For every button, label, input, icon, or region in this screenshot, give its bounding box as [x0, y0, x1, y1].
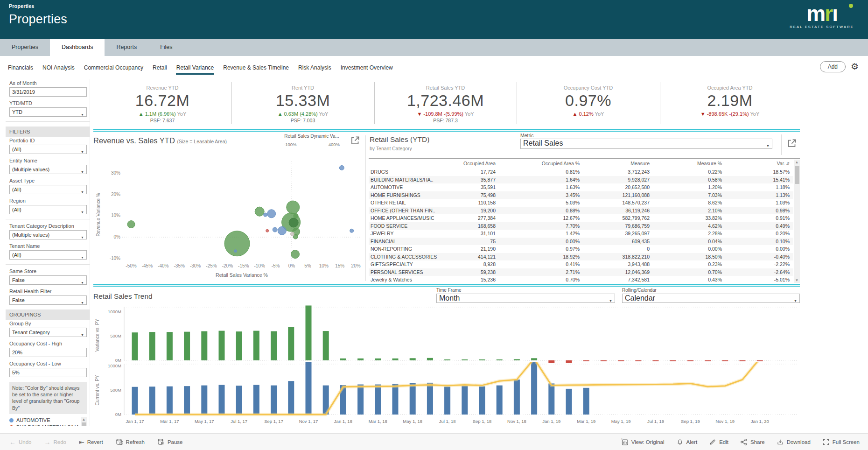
table-row-financial[interactable]: FINANCIAL750.00%609,4350.04%0.10%	[369, 238, 793, 246]
scatter-bubble[interactable]	[290, 232, 294, 236]
variance-bar[interactable]	[497, 359, 503, 360]
variance-bar[interactable]	[253, 331, 259, 360]
table-row-non-reporting[interactable]: NON-REPORTING21,1900.97%00.00%0.00%	[369, 245, 793, 253]
current-bar[interactable]	[583, 388, 589, 415]
variance-bar[interactable]	[167, 332, 173, 360]
subtab-investment-overview[interactable]: Investment Overview	[340, 60, 393, 75]
current-bar[interactable]	[410, 383, 416, 415]
variance-bar[interactable]	[670, 360, 676, 361]
subtab-revenue-sales-timeline[interactable]: Revenue & Sales Timeline	[223, 60, 289, 75]
variance-bar[interactable]	[479, 359, 485, 360]
tab-dashboards[interactable]: Dashboards	[50, 39, 105, 56]
scatter-bubble[interactable]	[291, 250, 300, 259]
current-bar[interactable]	[271, 386, 277, 415]
scroll-down-icon[interactable]: ▼	[794, 278, 800, 282]
filter-select-tenant-name[interactable]: (All)▼	[9, 250, 87, 260]
variance-bar[interactable]	[288, 327, 294, 360]
toolbar-pause-button[interactable]: Pause	[157, 438, 183, 446]
variance-bar[interactable]	[757, 360, 763, 361]
scatter-bubble[interactable]	[224, 231, 250, 256]
table-row-personal-services[interactable]: PERSONAL SERVICES59,2382.71%12,046,3690.…	[369, 268, 793, 276]
scatter-bubble[interactable]	[255, 207, 264, 216]
variance-bar[interactable]	[323, 331, 329, 360]
variance-bar[interactable]	[149, 332, 155, 360]
subtab-retail[interactable]: Retail	[152, 60, 168, 75]
rolling-calendar-select[interactable]: Calendar▼	[622, 294, 800, 303]
variance-bar[interactable]	[306, 305, 312, 360]
subtab-financials[interactable]: Financials	[7, 60, 34, 75]
filter-select-asset-type[interactable]: (All)▼	[9, 185, 87, 194]
scroll-up-icon[interactable]: ▲	[81, 417, 87, 422]
toolbar-full-screen-button[interactable]: Full Screen	[822, 438, 860, 446]
sort-icon[interactable]: ⇵	[786, 162, 790, 166]
subtab-risk-analysis[interactable]: Risk Analysis	[298, 60, 332, 75]
table-row-automotive[interactable]: AUTOMOTIVE35,5911.63%20,652,5801.20%1.18…	[369, 183, 793, 191]
current-bar[interactable]	[357, 385, 364, 415]
table-row-home-appliances-music[interactable]: HOME APPLIANCES/MUSIC277,38412.67%582,79…	[369, 214, 793, 222]
grouping-input-occupancy-cost-low[interactable]	[9, 368, 87, 377]
current-bar[interactable]	[392, 384, 399, 415]
variance-bar[interactable]	[444, 359, 450, 360]
scatter-bubble[interactable]	[339, 165, 344, 170]
variance-bar[interactable]	[410, 358, 416, 360]
table-row-clothing-accessories[interactable]: CLOTHING & ACCESSORIES414,12118.92%318,8…	[369, 253, 793, 261]
scatter-bubble[interactable]	[278, 226, 286, 235]
column-header-category[interactable]	[369, 160, 447, 168]
scrollbar-thumb[interactable]	[82, 422, 86, 426]
tab-properties[interactable]: Properties	[0, 39, 50, 56]
subtab-retail-variance[interactable]: Retail Variance	[176, 60, 214, 75]
scatter-bubble[interactable]	[287, 201, 300, 214]
filter-select-same-store[interactable]: False▼	[9, 275, 87, 285]
variance-bar[interactable]	[340, 359, 346, 360]
current-bar[interactable]	[236, 386, 242, 415]
table-scrollbar[interactable]: ▲ ▼	[794, 160, 800, 283]
current-bar[interactable]	[219, 385, 225, 415]
subtab-noi-analysis[interactable]: NOI Analysis	[42, 60, 75, 75]
ytd-mtd-select[interactable]: YTD▼	[9, 107, 87, 117]
legend-item-building-materials-hardware[interactable]: BUILDING MATERIALS/HARDWARE	[9, 424, 79, 426]
tab-reports[interactable]: Reports	[105, 39, 148, 56]
current-bar[interactable]	[167, 387, 173, 415]
toolbar-undo-button[interactable]: ←Undo	[9, 439, 32, 445]
current-bar[interactable]	[149, 387, 155, 415]
table-row-other-retail[interactable]: OTHER RETAIL110,1585.03%148,570,2378.62%…	[369, 199, 793, 207]
scatter-bubble[interactable]	[266, 229, 269, 232]
toolbar-revert-button[interactable]: ⇤Revert	[79, 439, 103, 445]
toolbar-share-button[interactable]: Share	[740, 438, 765, 446]
current-bar[interactable]	[462, 386, 468, 415]
grouping-select-group-by[interactable]: Tenant Category▼	[9, 328, 87, 337]
variance-bar[interactable]	[583, 360, 589, 361]
current-bar[interactable]	[531, 362, 537, 415]
variance-bar[interactable]	[375, 359, 381, 360]
variance-bar[interactable]	[635, 360, 641, 361]
variance-bar[interactable]	[514, 359, 520, 360]
column-header-var[interactable]: Var.⇵	[726, 160, 793, 168]
variance-bar[interactable]	[236, 331, 242, 360]
variance-bar[interactable]	[705, 360, 711, 361]
current-bar[interactable]	[548, 383, 554, 415]
add-button[interactable]: Add	[820, 61, 846, 72]
scatter-bubble[interactable]	[350, 229, 354, 232]
current-bar[interactable]	[375, 385, 381, 415]
variance-bar[interactable]	[392, 359, 399, 360]
grouping-input-occupancy-cost-high[interactable]	[9, 348, 87, 357]
scatter-bubble[interactable]	[273, 227, 277, 232]
variance-bar[interactable]	[271, 331, 277, 360]
variance-bar[interactable]	[601, 360, 607, 361]
current-bar[interactable]	[306, 362, 312, 415]
table-row-gifts-specialty[interactable]: GIFTS/SPECIALTY8,9280.41%3,943,4880.23%-…	[369, 260, 793, 268]
as-of-month-input[interactable]	[9, 87, 87, 97]
variance-bar[interactable]	[653, 360, 659, 361]
current-bar[interactable]	[514, 380, 520, 415]
scatter-bubble[interactable]	[289, 218, 298, 227]
variance-bar[interactable]	[531, 358, 537, 360]
time-frame-select[interactable]: Month▼	[436, 294, 615, 303]
variance-bar[interactable]	[722, 360, 728, 361]
current-bar[interactable]	[253, 385, 259, 415]
variance-bar[interactable]	[184, 332, 190, 360]
current-bar[interactable]	[132, 387, 138, 415]
variance-bar[interactable]	[740, 360, 746, 361]
export-icon[interactable]	[349, 134, 361, 147]
current-bar[interactable]	[566, 389, 572, 415]
variance-bar[interactable]	[618, 360, 624, 361]
